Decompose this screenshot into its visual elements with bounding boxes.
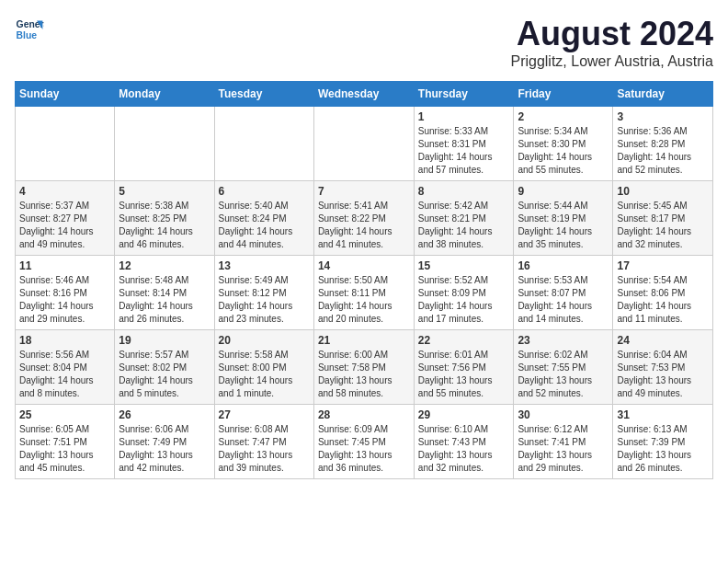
calendar-cell: 5Sunrise: 5:38 AM Sunset: 8:25 PM Daylig… [115,181,214,256]
weekday-header-monday: Monday [115,82,214,107]
calendar-cell [313,107,414,181]
day-info: Sunrise: 5:34 AM Sunset: 8:30 PM Dayligh… [518,125,609,177]
day-info: Sunrise: 5:37 AM Sunset: 8:27 PM Dayligh… [19,200,110,251]
day-info: Sunrise: 6:13 AM Sunset: 7:39 PM Dayligh… [617,423,709,475]
calendar-cell: 9Sunrise: 5:44 AM Sunset: 8:19 PM Daylig… [514,181,613,256]
day-info: Sunrise: 5:46 AM Sunset: 8:16 PM Dayligh… [19,274,110,326]
day-info: Sunrise: 5:49 AM Sunset: 8:12 PM Dayligh… [219,274,310,326]
day-info: Sunrise: 5:48 AM Sunset: 8:14 PM Dayligh… [119,274,210,326]
calendar-cell: 14Sunrise: 5:50 AM Sunset: 8:11 PM Dayli… [313,256,414,330]
day-info: Sunrise: 5:56 AM Sunset: 8:04 PM Dayligh… [19,349,110,400]
day-info: Sunrise: 6:04 AM Sunset: 7:53 PM Dayligh… [617,349,709,400]
day-number: 10 [617,185,709,198]
calendar-cell: 26Sunrise: 6:06 AM Sunset: 7:49 PM Dayli… [115,405,214,479]
calendar-cell: 7Sunrise: 5:41 AM Sunset: 8:22 PM Daylig… [313,181,414,256]
day-number: 16 [518,259,609,272]
day-number: 26 [119,408,210,421]
day-number: 29 [418,408,510,421]
calendar-cell: 6Sunrise: 5:40 AM Sunset: 8:24 PM Daylig… [214,181,313,256]
day-info: Sunrise: 5:38 AM Sunset: 8:25 PM Dayligh… [119,200,210,251]
calendar-week-row: 1Sunrise: 5:33 AM Sunset: 8:31 PM Daylig… [16,107,713,181]
calendar-cell: 30Sunrise: 6:12 AM Sunset: 7:41 PM Dayli… [514,405,613,479]
calendar-table: SundayMondayTuesdayWednesdayThursdayFrid… [15,81,713,479]
weekday-header-saturday: Saturday [613,82,713,107]
calendar-cell: 21Sunrise: 6:00 AM Sunset: 7:58 PM Dayli… [313,330,414,405]
calendar-cell: 4Sunrise: 5:37 AM Sunset: 8:27 PM Daylig… [16,181,115,256]
calendar-cell: 24Sunrise: 6:04 AM Sunset: 7:53 PM Dayli… [613,330,713,405]
calendar-cell [115,107,214,181]
day-number: 8 [418,185,510,198]
day-number: 6 [219,185,310,198]
day-info: Sunrise: 5:44 AM Sunset: 8:19 PM Dayligh… [518,200,609,251]
calendar-cell: 16Sunrise: 5:53 AM Sunset: 8:07 PM Dayli… [514,256,613,330]
day-info: Sunrise: 6:10 AM Sunset: 7:43 PM Dayligh… [418,423,510,475]
logo: General Blue [15,15,44,44]
day-info: Sunrise: 6:01 AM Sunset: 7:56 PM Dayligh… [418,349,510,400]
calendar-cell: 8Sunrise: 5:42 AM Sunset: 8:21 PM Daylig… [414,181,514,256]
calendar-cell: 18Sunrise: 5:56 AM Sunset: 8:04 PM Dayli… [16,330,115,405]
calendar-cell: 20Sunrise: 5:58 AM Sunset: 8:00 PM Dayli… [214,330,313,405]
day-number: 4 [19,185,110,198]
calendar-cell [16,107,115,181]
day-info: Sunrise: 6:06 AM Sunset: 7:49 PM Dayligh… [119,423,210,475]
day-number: 19 [119,334,210,347]
day-number: 14 [318,259,410,272]
calendar-week-row: 25Sunrise: 6:05 AM Sunset: 7:51 PM Dayli… [16,405,713,479]
day-info: Sunrise: 5:33 AM Sunset: 8:31 PM Dayligh… [418,125,510,177]
day-number: 5 [119,185,210,198]
day-info: Sunrise: 5:53 AM Sunset: 8:07 PM Dayligh… [518,274,609,326]
day-info: Sunrise: 5:41 AM Sunset: 8:22 PM Dayligh… [318,200,410,251]
calendar-cell: 15Sunrise: 5:52 AM Sunset: 8:09 PM Dayli… [414,256,514,330]
calendar-cell: 29Sunrise: 6:10 AM Sunset: 7:43 PM Dayli… [414,405,514,479]
svg-text:Blue: Blue [17,30,38,40]
title-section: August 2024 Prigglitz, Lower Austria, Au… [510,15,713,70]
day-info: Sunrise: 6:05 AM Sunset: 7:51 PM Dayligh… [19,423,110,475]
month-title: August 2024 [510,15,713,53]
day-info: Sunrise: 5:45 AM Sunset: 8:17 PM Dayligh… [617,200,709,251]
day-info: Sunrise: 6:02 AM Sunset: 7:55 PM Dayligh… [518,349,609,400]
calendar-cell: 23Sunrise: 6:02 AM Sunset: 7:55 PM Dayli… [514,330,613,405]
day-number: 18 [19,334,110,347]
day-info: Sunrise: 6:09 AM Sunset: 7:45 PM Dayligh… [318,423,410,475]
calendar-cell: 19Sunrise: 5:57 AM Sunset: 8:02 PM Dayli… [115,330,214,405]
calendar-cell: 25Sunrise: 6:05 AM Sunset: 7:51 PM Dayli… [16,405,115,479]
page-header: General Blue August 2024 Prigglitz, Lowe… [15,15,713,70]
day-number: 21 [318,334,410,347]
calendar-cell: 27Sunrise: 6:08 AM Sunset: 7:47 PM Dayli… [214,405,313,479]
day-info: Sunrise: 5:42 AM Sunset: 8:21 PM Dayligh… [418,200,510,251]
weekday-header-row: SundayMondayTuesdayWednesdayThursdayFrid… [16,82,713,107]
calendar-cell: 13Sunrise: 5:49 AM Sunset: 8:12 PM Dayli… [214,256,313,330]
day-number: 31 [617,408,709,421]
day-info: Sunrise: 6:12 AM Sunset: 7:41 PM Dayligh… [518,423,609,475]
day-number: 13 [219,259,310,272]
day-number: 17 [617,259,709,272]
calendar-cell: 17Sunrise: 5:54 AM Sunset: 8:06 PM Dayli… [613,256,713,330]
calendar-cell: 3Sunrise: 5:36 AM Sunset: 8:28 PM Daylig… [613,107,713,181]
day-info: Sunrise: 5:52 AM Sunset: 8:09 PM Dayligh… [418,274,510,326]
day-number: 2 [518,110,609,123]
location-subtitle: Prigglitz, Lower Austria, Austria [510,53,713,70]
day-number: 11 [19,259,110,272]
day-number: 20 [219,334,310,347]
calendar-cell [214,107,313,181]
weekday-header-sunday: Sunday [16,82,115,107]
day-info: Sunrise: 5:58 AM Sunset: 8:00 PM Dayligh… [219,349,310,400]
day-info: Sunrise: 5:50 AM Sunset: 8:11 PM Dayligh… [318,274,410,326]
day-info: Sunrise: 6:08 AM Sunset: 7:47 PM Dayligh… [219,423,310,475]
calendar-cell: 1Sunrise: 5:33 AM Sunset: 8:31 PM Daylig… [414,107,514,181]
calendar-cell: 11Sunrise: 5:46 AM Sunset: 8:16 PM Dayli… [16,256,115,330]
calendar-cell: 10Sunrise: 5:45 AM Sunset: 8:17 PM Dayli… [613,181,713,256]
calendar-cell: 22Sunrise: 6:01 AM Sunset: 7:56 PM Dayli… [414,330,514,405]
day-info: Sunrise: 5:40 AM Sunset: 8:24 PM Dayligh… [219,200,310,251]
calendar-week-row: 18Sunrise: 5:56 AM Sunset: 8:04 PM Dayli… [16,330,713,405]
day-number: 12 [119,259,210,272]
weekday-header-wednesday: Wednesday [313,82,414,107]
day-number: 22 [418,334,510,347]
calendar-cell: 28Sunrise: 6:09 AM Sunset: 7:45 PM Dayli… [313,405,414,479]
day-info: Sunrise: 6:00 AM Sunset: 7:58 PM Dayligh… [318,349,410,400]
calendar-cell: 2Sunrise: 5:34 AM Sunset: 8:30 PM Daylig… [514,107,613,181]
day-number: 30 [518,408,609,421]
weekday-header-tuesday: Tuesday [214,82,313,107]
calendar-cell: 31Sunrise: 6:13 AM Sunset: 7:39 PM Dayli… [613,405,713,479]
weekday-header-thursday: Thursday [414,82,514,107]
